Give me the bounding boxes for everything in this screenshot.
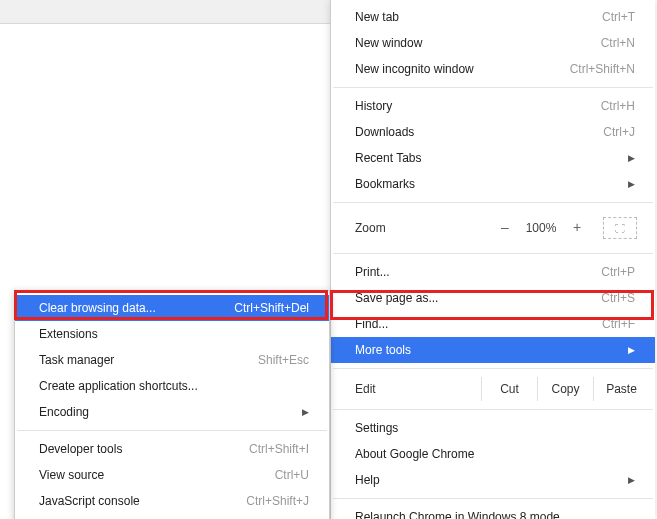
submenu-inspect-devices[interactable]: Inspect devices xyxy=(15,514,329,519)
window-toolbar-bg xyxy=(0,0,330,24)
menu-label: More tools xyxy=(355,343,628,357)
menu-label: Print... xyxy=(355,265,591,279)
menu-label: Save page as... xyxy=(355,291,591,305)
fullscreen-icon[interactable]: ⛶ xyxy=(603,217,637,239)
submenu-arrow-icon: ▶ xyxy=(628,179,635,189)
menu-recent-tabs[interactable]: Recent Tabs ▶ xyxy=(331,145,655,171)
menu-zoom-row: Zoom – 100% + ⛶ xyxy=(331,208,655,248)
menu-shortcut: Ctrl+Shift+Del xyxy=(234,301,309,315)
menu-shortcut: Ctrl+Shift+I xyxy=(249,442,309,456)
menu-shortcut: Ctrl+U xyxy=(275,468,309,482)
menu-save-as[interactable]: Save page as... Ctrl+S xyxy=(331,285,655,311)
menu-label: Create application shortcuts... xyxy=(39,379,309,393)
menu-print[interactable]: Print... Ctrl+P xyxy=(331,259,655,285)
menu-label: Find... xyxy=(355,317,592,331)
edit-paste-button[interactable]: Paste xyxy=(593,377,649,401)
separator xyxy=(333,368,653,369)
separator xyxy=(333,498,653,499)
menu-shortcut: Ctrl+Shift+N xyxy=(570,62,635,76)
menu-shortcut: Ctrl+P xyxy=(601,265,635,279)
submenu-extensions[interactable]: Extensions xyxy=(15,321,329,347)
zoom-value: 100% xyxy=(519,221,563,235)
menu-label: Relaunch Chrome in Windows 8 mode xyxy=(355,510,635,519)
submenu-create-shortcuts[interactable]: Create application shortcuts... xyxy=(15,373,329,399)
menu-label: Downloads xyxy=(355,125,593,139)
menu-relaunch-win8[interactable]: Relaunch Chrome in Windows 8 mode xyxy=(331,504,655,519)
menu-shortcut: Ctrl+H xyxy=(601,99,635,113)
menu-edit-row: Edit Cut Copy Paste xyxy=(331,374,655,404)
zoom-controls: – 100% + xyxy=(491,217,591,239)
menu-label: History xyxy=(355,99,591,113)
menu-about[interactable]: About Google Chrome xyxy=(331,441,655,467)
edit-label: Edit xyxy=(355,382,481,396)
menu-label: New window xyxy=(355,36,591,50)
menu-bookmarks[interactable]: Bookmarks ▶ xyxy=(331,171,655,197)
menu-new-incognito[interactable]: New incognito window Ctrl+Shift+N xyxy=(331,56,655,82)
menu-shortcut: Ctrl+T xyxy=(602,10,635,24)
menu-new-window[interactable]: New window Ctrl+N xyxy=(331,30,655,56)
submenu-developer-tools[interactable]: Developer tools Ctrl+Shift+I xyxy=(15,436,329,462)
menu-shortcut: Ctrl+Shift+J xyxy=(246,494,309,508)
menu-new-tab[interactable]: New tab Ctrl+T xyxy=(331,4,655,30)
submenu-arrow-icon: ▶ xyxy=(628,153,635,163)
chrome-main-menu: New tab Ctrl+T New window Ctrl+N New inc… xyxy=(330,0,655,519)
submenu-view-source[interactable]: View source Ctrl+U xyxy=(15,462,329,488)
menu-label: Developer tools xyxy=(39,442,239,456)
menu-shortcut: Ctrl+F xyxy=(602,317,635,331)
menu-label: Encoding xyxy=(39,405,302,419)
separator xyxy=(333,202,653,203)
zoom-in-button[interactable]: + xyxy=(563,217,591,239)
menu-label: Task manager xyxy=(39,353,248,367)
menu-settings[interactable]: Settings xyxy=(331,415,655,441)
separator xyxy=(333,87,653,88)
submenu-task-manager[interactable]: Task manager Shift+Esc xyxy=(15,347,329,373)
submenu-arrow-icon: ▶ xyxy=(628,475,635,485)
zoom-label: Zoom xyxy=(355,221,491,235)
menu-shortcut: Ctrl+N xyxy=(601,36,635,50)
submenu-js-console[interactable]: JavaScript console Ctrl+Shift+J xyxy=(15,488,329,514)
submenu-arrow-icon: ▶ xyxy=(302,407,309,417)
menu-label: JavaScript console xyxy=(39,494,236,508)
menu-find[interactable]: Find... Ctrl+F xyxy=(331,311,655,337)
menu-label: New incognito window xyxy=(355,62,560,76)
submenu-encoding[interactable]: Encoding ▶ xyxy=(15,399,329,425)
separator xyxy=(17,430,327,431)
menu-shortcut: Ctrl+S xyxy=(601,291,635,305)
menu-shortcut: Shift+Esc xyxy=(258,353,309,367)
menu-more-tools[interactable]: More tools ▶ xyxy=(331,337,655,363)
menu-label: Clear browsing data... xyxy=(39,301,224,315)
menu-label: View source xyxy=(39,468,265,482)
edit-cut-button[interactable]: Cut xyxy=(481,377,537,401)
menu-label: Bookmarks xyxy=(355,177,628,191)
edit-copy-button[interactable]: Copy xyxy=(537,377,593,401)
menu-label: New tab xyxy=(355,10,592,24)
more-tools-submenu: Clear browsing data... Ctrl+Shift+Del Ex… xyxy=(14,290,330,519)
menu-label: Recent Tabs xyxy=(355,151,628,165)
submenu-clear-browsing-data[interactable]: Clear browsing data... Ctrl+Shift+Del xyxy=(15,295,329,321)
menu-label: Extensions xyxy=(39,327,309,341)
menu-shortcut: Ctrl+J xyxy=(603,125,635,139)
separator xyxy=(333,253,653,254)
separator xyxy=(333,409,653,410)
menu-downloads[interactable]: Downloads Ctrl+J xyxy=(331,119,655,145)
menu-help[interactable]: Help ▶ xyxy=(331,467,655,493)
menu-label: Settings xyxy=(355,421,635,435)
submenu-arrow-icon: ▶ xyxy=(628,345,635,355)
menu-label: About Google Chrome xyxy=(355,447,635,461)
menu-history[interactable]: History Ctrl+H xyxy=(331,93,655,119)
menu-label: Help xyxy=(355,473,628,487)
zoom-out-button[interactable]: – xyxy=(491,217,519,239)
